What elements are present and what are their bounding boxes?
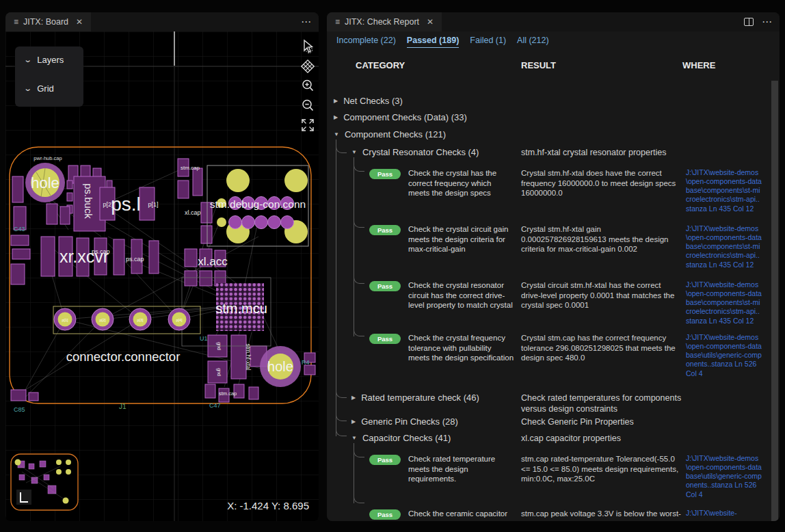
label-connector: connector.connector	[66, 349, 181, 364]
board-panel: ≡ JITX: Board ✕ ⋯ ⌄ Layers ⌄ Grid	[5, 12, 319, 521]
board-tabbar: ≡ JITX: Board ✕ ⋯	[5, 12, 319, 31]
check-where-link[interactable]: J:\JITX\website-demos\open-components-da…	[686, 224, 763, 269]
collapsed-arrow-icon: ▶	[351, 418, 356, 425]
column-category: CATEGORY	[356, 60, 405, 70]
tab-jitx-check-report[interactable]: ≡ JITX: Check Report ✕	[327, 12, 442, 31]
group-crystal-resonator[interactable]: ▼ Crystal Resonator Checks (4)	[351, 147, 479, 157]
label-pad1: p[1]	[62, 318, 68, 322]
tree-guide	[354, 494, 364, 503]
tree-guide	[354, 275, 364, 284]
report-tabbar: ≡ JITX: Check Report ✕ ⋯	[327, 12, 780, 31]
label-pad4: p[4]	[176, 318, 183, 322]
label-c85: C85	[14, 406, 25, 413]
split-editor-icon[interactable]	[744, 18, 754, 26]
scrollbar[interactable]	[771, 81, 778, 521]
check-result: Crystal stm.hf-xtal gain 0.0002578269281…	[521, 224, 681, 254]
expanded-arrow-icon: ▼	[351, 149, 357, 155]
label-xl-acc: xl.acc	[198, 255, 228, 268]
check-category: Check the ceramic capacitor	[408, 509, 514, 519]
status-badge: Pass	[369, 169, 401, 179]
column-result: RESULT	[521, 60, 556, 70]
filter-all[interactable]: All (212)	[517, 36, 549, 48]
layers-toggle[interactable]: ⌄ Layers	[25, 55, 64, 65]
status-badge: Pass	[369, 281, 401, 291]
label-gnd: gnd	[216, 342, 222, 350]
check-where-link[interactable]: J:\JITX\website-demos\open-components-da…	[686, 454, 763, 499]
grid-label: Grid	[37, 83, 54, 94]
tab-title: JITX: Board	[23, 17, 68, 27]
check-category: Check rated temperature meets the design…	[408, 454, 514, 484]
label-j1: J1	[119, 403, 127, 410]
group-capacitor-checks[interactable]: ▼ Capacitor Checks (41)	[351, 433, 451, 443]
label-ps-cap: ps.cap	[92, 248, 110, 255]
filter-failed[interactable]: Failed (1)	[470, 36, 506, 48]
check-result: stm.cap rated-temperature Toleranced(-55…	[521, 454, 681, 484]
tab-title: JITX: Check Report	[345, 17, 419, 27]
pcb-canvas[interactable]: ⌄ Layers ⌄ Grid	[5, 31, 319, 521]
window-bottom-edge	[0, 522, 785, 532]
check-where-link[interactable]: J:\JITX\website-	[686, 509, 763, 518]
check-result: stm.cap peak voltage 3.3V is below the w…	[521, 509, 681, 521]
cursor-coordinates: X: -1.424 Y: 8.695	[227, 500, 309, 511]
label-hole-bottom: hole	[267, 359, 293, 374]
tab-jitx-board[interactable]: ≡ JITX: Board ✕	[5, 12, 91, 31]
filter-incomplete[interactable]: Incomplete (22)	[336, 36, 396, 48]
tree-guide	[354, 157, 354, 336]
chevron-down-icon: ⌄	[23, 55, 32, 64]
label-p2: p[2]	[103, 201, 113, 208]
minimap[interactable]	[11, 454, 78, 510]
check-where-link[interactable]: J:\JITX\website-demos\open-components-da…	[686, 168, 763, 213]
expanded-arrow-icon: ▼	[334, 131, 339, 137]
label-stm-cap: stm.cap	[219, 390, 237, 397]
board-toolbar	[300, 38, 317, 133]
pan-tool-icon[interactable]	[300, 58, 315, 75]
group-component-checks-data[interactable]: ▶ Component Checks (Data) (33)	[334, 112, 467, 122]
group-result: xl.cap capacitor properties	[521, 434, 685, 444]
check-category: Check the crystal resonator circuit has …	[408, 280, 514, 310]
tree-guide	[336, 412, 347, 421]
check-category: Check the crystal frequency tolerance wi…	[408, 333, 514, 363]
label-ps-cap: ps.cap	[126, 256, 144, 263]
select-tool-icon[interactable]	[300, 38, 315, 55]
collapsed-arrow-icon: ▶	[334, 98, 338, 104]
zoom-out-icon[interactable]	[300, 98, 315, 114]
check-result: Crystal circuit stm.hf-xtal has the corr…	[521, 280, 681, 310]
zoom-in-icon[interactable]	[300, 78, 315, 94]
check-where-link[interactable]: J:\JITX\website-demos\open-components-da…	[686, 280, 763, 325]
tree-guide	[336, 144, 347, 153]
report-content: Incomplete (22) Passed (189) Failed (1) …	[327, 31, 780, 521]
tree-guide	[354, 219, 364, 228]
more-actions-icon[interactable]: ⋯	[762, 16, 773, 28]
check-result: Crystal stm.cap has the correct frequenc…	[521, 333, 681, 363]
more-actions-icon[interactable]: ⋯	[301, 16, 312, 28]
label-debug-conn: stm.debug-con.conn	[210, 198, 306, 210]
filter-passed[interactable]: Passed (189)	[407, 36, 459, 48]
group-result: stm.hf-xtal crystal resonator properties	[521, 148, 685, 159]
group-generic-pin[interactable]: ▶ Generic Pin Checks (28)	[351, 416, 458, 427]
group-net-checks[interactable]: ▶ Net Checks (3)	[334, 96, 403, 106]
label-hole-top: hole	[31, 174, 59, 191]
group-result: Check Generic Pin Properties	[521, 417, 685, 428]
group-component-checks[interactable]: ▼ Component Checks (121)	[334, 129, 446, 139]
label-stm-mcu: stm.mcu	[215, 301, 267, 316]
close-icon[interactable]: ✕	[76, 17, 83, 27]
collapsed-arrow-icon: ▶	[334, 114, 338, 120]
layers-grid-overlay: ⌄ Layers ⌄ Grid	[15, 46, 83, 107]
check-where-link[interactable]: J:\JITX\website-demos\open-components-da…	[686, 333, 763, 378]
label-pwr-hub-cap: pwr-hub.cap	[34, 155, 62, 161]
zoom-fit-icon[interactable]	[300, 118, 315, 133]
group-rated-temperature[interactable]: ▶ Rated temperature check (46)	[351, 393, 479, 403]
label-u1: U1	[200, 335, 208, 342]
label-p1: p[1]	[148, 201, 158, 208]
label-ps-buck: ps.buck	[83, 183, 94, 219]
check-category: Check the crystal has the correct freque…	[408, 168, 514, 198]
label-stm-hf-xtal: stm.hf-xtal	[245, 343, 252, 370]
group-result: Check rated temperatures for components …	[521, 393, 685, 414]
list-icon: ≡	[335, 17, 340, 27]
label-xl-cap: xl.cap	[185, 209, 201, 216]
label-gnd: gnd	[216, 368, 222, 376]
status-badge: Pass	[369, 225, 401, 235]
close-icon[interactable]: ✕	[427, 17, 434, 27]
grid-toggle[interactable]: ⌄ Grid	[25, 83, 54, 94]
check-category: Check the crystal circuit gain meets the…	[408, 224, 514, 254]
